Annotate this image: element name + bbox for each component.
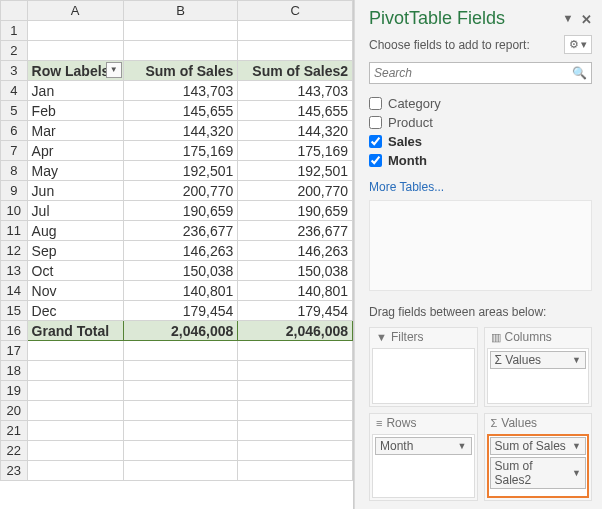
cell[interactable] xyxy=(238,361,353,381)
cell[interactable] xyxy=(238,421,353,441)
sales2-cell[interactable]: 145,655 xyxy=(238,101,353,121)
cell[interactable] xyxy=(27,461,123,481)
row-head[interactable]: 21 xyxy=(1,421,28,441)
grid[interactable]: A B C 1 2 3 Row Labels ▼ Sum of Sales Su… xyxy=(0,0,353,481)
row-head[interactable]: 18 xyxy=(1,361,28,381)
row-head[interactable]: 6 xyxy=(1,121,28,141)
month-cell[interactable]: Apr xyxy=(27,141,123,161)
month-cell[interactable]: Oct xyxy=(27,261,123,281)
row-head[interactable]: 7 xyxy=(1,141,28,161)
row-head[interactable]: 11 xyxy=(1,221,28,241)
field-item-sales[interactable]: Sales xyxy=(369,132,588,151)
cell[interactable] xyxy=(27,421,123,441)
row-head[interactable]: 19 xyxy=(1,381,28,401)
cell[interactable] xyxy=(123,41,238,61)
sales1-cell[interactable]: 236,677 xyxy=(123,221,238,241)
month-cell[interactable]: Aug xyxy=(27,221,123,241)
field-item-month[interactable]: Month xyxy=(369,151,588,170)
row-head[interactable]: 5 xyxy=(1,101,28,121)
sales1-cell[interactable]: 175,169 xyxy=(123,141,238,161)
row-head[interactable]: 3 xyxy=(1,61,28,81)
cell[interactable] xyxy=(238,461,353,481)
sales2-cell[interactable]: 200,770 xyxy=(238,181,353,201)
sales2-cell[interactable]: 236,677 xyxy=(238,221,353,241)
row-head[interactable]: 12 xyxy=(1,241,28,261)
field-checkbox[interactable] xyxy=(369,135,382,148)
month-cell[interactable]: Dec xyxy=(27,301,123,321)
field-checkbox[interactable] xyxy=(369,154,382,167)
cell[interactable] xyxy=(238,381,353,401)
col-head-a[interactable]: A xyxy=(27,1,123,21)
sales1-cell[interactable]: 143,703 xyxy=(123,81,238,101)
row-head[interactable]: 14 xyxy=(1,281,28,301)
month-cell[interactable]: May xyxy=(27,161,123,181)
sales1-cell[interactable]: 145,655 xyxy=(123,101,238,121)
month-cell[interactable]: Jul xyxy=(27,201,123,221)
search-input[interactable] xyxy=(374,66,572,80)
cell[interactable] xyxy=(123,21,238,41)
cell[interactable] xyxy=(123,461,238,481)
sales2-cell[interactable]: 192,501 xyxy=(238,161,353,181)
sales2-cell[interactable]: 150,038 xyxy=(238,261,353,281)
more-tables-link[interactable]: More Tables... xyxy=(355,174,602,200)
month-cell[interactable]: Mar xyxy=(27,121,123,141)
cell[interactable] xyxy=(27,401,123,421)
cell[interactable] xyxy=(238,341,353,361)
filters-area[interactable]: ▼Filters xyxy=(369,327,478,407)
sales2-cell[interactable]: 179,454 xyxy=(238,301,353,321)
values-chip-sum1[interactable]: Sum of Sales ▼ xyxy=(490,437,587,455)
sales2-cell[interactable]: 140,801 xyxy=(238,281,353,301)
cell[interactable] xyxy=(27,441,123,461)
row-head[interactable]: 16 xyxy=(1,321,28,341)
columns-chip-values[interactable]: Σ Values ▼ xyxy=(490,351,587,369)
col-head-c[interactable]: C xyxy=(238,1,353,21)
sales1-cell[interactable]: 146,263 xyxy=(123,241,238,261)
cell[interactable] xyxy=(123,441,238,461)
field-item-category[interactable]: Category xyxy=(369,94,588,113)
cell[interactable] xyxy=(123,341,238,361)
month-cell[interactable]: Sep xyxy=(27,241,123,261)
columns-area[interactable]: ▥Columns Σ Values ▼ xyxy=(484,327,593,407)
grand-total-v1[interactable]: 2,046,008 xyxy=(123,321,238,341)
sales1-cell[interactable]: 144,320 xyxy=(123,121,238,141)
sales1-cell[interactable]: 150,038 xyxy=(123,261,238,281)
grand-total-label[interactable]: Grand Total xyxy=(27,321,123,341)
sales2-cell[interactable]: 146,263 xyxy=(238,241,353,261)
cell[interactable] xyxy=(123,381,238,401)
sales1-cell[interactable]: 200,770 xyxy=(123,181,238,201)
cell[interactable] xyxy=(238,401,353,421)
cell[interactable] xyxy=(27,41,123,61)
sum-of-sales2-header[interactable]: Sum of Sales2 xyxy=(238,61,353,81)
cell[interactable] xyxy=(27,361,123,381)
row-head[interactable]: 4 xyxy=(1,81,28,101)
field-item-product[interactable]: Product xyxy=(369,113,588,132)
sales2-cell[interactable]: 190,659 xyxy=(238,201,353,221)
field-checkbox[interactable] xyxy=(369,116,382,129)
sales1-cell[interactable]: 140,801 xyxy=(123,281,238,301)
row-head[interactable]: 1 xyxy=(1,21,28,41)
field-checkbox[interactable] xyxy=(369,97,382,110)
row-head[interactable]: 20 xyxy=(1,401,28,421)
month-cell[interactable]: Nov xyxy=(27,281,123,301)
sum-of-sales-header[interactable]: Sum of Sales xyxy=(123,61,238,81)
sales2-cell[interactable]: 144,320 xyxy=(238,121,353,141)
row-labels-header[interactable]: Row Labels ▼ xyxy=(27,61,123,81)
cell[interactable] xyxy=(123,361,238,381)
cell[interactable] xyxy=(123,401,238,421)
row-head[interactable]: 15 xyxy=(1,301,28,321)
month-cell[interactable]: Feb xyxy=(27,101,123,121)
row-head[interactable]: 22 xyxy=(1,441,28,461)
row-head[interactable]: 17 xyxy=(1,341,28,361)
cell[interactable] xyxy=(27,21,123,41)
cell[interactable] xyxy=(27,341,123,361)
month-cell[interactable]: Jun xyxy=(27,181,123,201)
pane-menu-icon[interactable]: ▼ xyxy=(562,12,574,26)
sales1-cell[interactable]: 179,454 xyxy=(123,301,238,321)
values-chip-sum2[interactable]: Sum of Sales2 ▼ xyxy=(490,457,587,489)
cell[interactable] xyxy=(27,381,123,401)
sales2-cell[interactable]: 143,703 xyxy=(238,81,353,101)
search-field[interactable]: 🔍 xyxy=(369,62,592,84)
pane-settings-button[interactable]: ⚙ ▾ xyxy=(564,35,592,54)
sales1-cell[interactable]: 190,659 xyxy=(123,201,238,221)
row-head[interactable]: 13 xyxy=(1,261,28,281)
